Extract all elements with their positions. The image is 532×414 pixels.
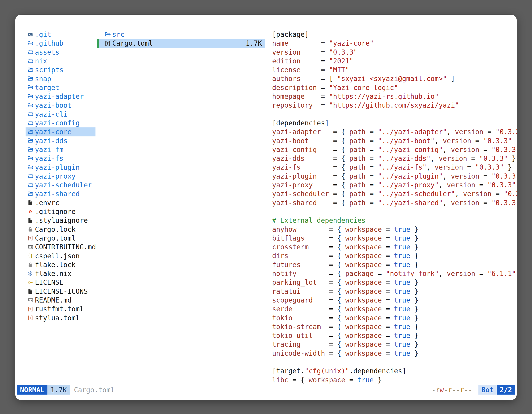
markdown-icon (27, 297, 34, 303)
item-label: README.md (35, 296, 72, 304)
file-item-gitignore[interactable]: .gitignore (26, 207, 95, 216)
file-item-license[interactable]: LICENSE (26, 278, 95, 287)
file-item-stylua-toml[interactable]: stylua.toml (26, 314, 95, 322)
preview-line: repository = "https://github.com/sxyazi/… (272, 101, 517, 110)
folder-icon (27, 147, 34, 153)
mode-badge: NORMAL (17, 385, 48, 395)
dir-item-scripts[interactable]: scripts (26, 66, 95, 74)
item-label: yazi-plugin (35, 164, 80, 171)
preview-line: license = "MIT" (272, 66, 517, 74)
preview-line: notify = { package = "notify-fork", vers… (272, 269, 517, 278)
status-bar: NORMAL 1.7K Cargo.toml -rw-r--r-- Bot 2/… (17, 385, 515, 395)
preview-line: description = "Yazi core logic" (272, 83, 517, 92)
preview-line: name = "yazi-core" (272, 39, 517, 48)
folder-icon (27, 85, 34, 91)
item-label: yazi-cli (35, 110, 67, 118)
dir-item-snap[interactable]: snap (26, 74, 95, 83)
dir-item-yazi-core[interactable]: yazi-core (26, 127, 95, 136)
item-size: 1.7K (246, 39, 265, 47)
file-icon (27, 217, 34, 223)
file-item-cspell-json[interactable]: cspell.json (26, 251, 95, 260)
item-label: target (35, 84, 59, 92)
current-pane: srcCargo.toml1.7K (97, 30, 265, 48)
item-label: scripts (35, 66, 63, 74)
dir-item-yazi-fs[interactable]: yazi-fs (26, 154, 95, 163)
permission-char: r (448, 386, 452, 394)
dir-item-yazi-boot[interactable]: yazi-boot (26, 101, 95, 110)
git-icon (27, 209, 34, 215)
file-item-readme-md[interactable]: README.md (26, 296, 95, 305)
permissions-text: -rw-r--r-- (432, 386, 472, 394)
dir-item-yazi-cli[interactable]: yazi-cli (26, 110, 95, 119)
preview-line: anyhow = { workspace = true } (272, 225, 517, 234)
permission-char: - (452, 386, 456, 394)
preview-line: [dependencies] (272, 119, 517, 127)
cursor-marker (97, 39, 99, 48)
preview-line: homepage = "https://yazi-rs.github.io" (272, 92, 517, 101)
preview-line: yazi-proxy = { path = "../yazi-proxy", v… (272, 181, 517, 189)
permission-char: - (464, 386, 468, 394)
item-label: cspell.json (35, 252, 80, 260)
item-label: CONTRIBUTING.md (35, 243, 95, 251)
folder-icon (27, 67, 34, 73)
dir-item-yazi-dds[interactable]: yazi-dds (26, 136, 95, 145)
file-item-cargo-toml[interactable]: Cargo.toml (26, 234, 95, 243)
preview-line: futures = { workspace = true } (272, 260, 517, 269)
file-item-flake-lock[interactable]: flake.lock (26, 260, 95, 269)
status-left: NORMAL 1.7K Cargo.toml (17, 385, 114, 395)
folder-icon (27, 120, 34, 126)
item-label: Cargo.lock (35, 225, 76, 233)
folder-icon (27, 58, 34, 64)
permission-char: - (456, 386, 460, 394)
preview-line: yazi-scheduler = { path = "../yazi-sched… (272, 189, 517, 198)
dir-item-yazi-plugin[interactable]: yazi-plugin (26, 163, 95, 172)
folder-icon (27, 111, 34, 117)
item-label: rustfmt.toml (35, 305, 84, 313)
preview-line: ratatui = { workspace = true } (272, 287, 517, 296)
dir-item-yazi-adapter[interactable]: yazi-adapter (26, 92, 95, 101)
file-item-license-icons[interactable]: LICENSE-ICONS (26, 287, 95, 296)
item-label: .styluaignore (35, 216, 88, 224)
toml-icon (27, 315, 34, 321)
preview-line: tokio-stream = { workspace = true } (272, 322, 517, 331)
dir-item-yazi-scheduler[interactable]: yazi-scheduler (26, 181, 95, 189)
permission-char: - (432, 386, 436, 394)
item-label: stylua.toml (35, 314, 80, 322)
file-item-cargo-toml[interactable]: Cargo.toml1.7K (97, 39, 265, 48)
item-label: yazi-shared (35, 190, 80, 198)
file-item-cargo-lock[interactable]: Cargo.lock (26, 225, 95, 234)
dir-item-git[interactable]: .git (26, 30, 95, 39)
preview-line: [package] (272, 30, 517, 39)
item-label: snap (35, 75, 51, 83)
preview-line: parking_lot = { workspace = true } (272, 278, 517, 287)
dir-item-yazi-config[interactable]: yazi-config (26, 119, 95, 127)
dir-item-yazi-shared[interactable]: yazi-shared (26, 189, 95, 198)
dir-item-github[interactable]: .github (26, 39, 95, 48)
item-label: Cargo.toml (112, 39, 153, 47)
toml-icon (27, 306, 34, 312)
folder-git-icon (27, 31, 34, 38)
dir-item-assets[interactable]: assets (26, 48, 95, 57)
dir-item-target[interactable]: target (26, 83, 95, 92)
item-label: yazi-config (35, 119, 80, 127)
file-item-rustfmt-toml[interactable]: rustfmt.toml (26, 305, 95, 313)
preview-line: scopeguard = { workspace = true } (272, 296, 517, 305)
file-item-flake-nix[interactable]: flake.nix (26, 269, 95, 278)
item-label: yazi-proxy (35, 172, 76, 180)
item-label: src (112, 30, 124, 39)
preview-line: # External dependencies (272, 216, 517, 225)
dir-item-src[interactable]: src (97, 30, 265, 39)
item-label: Cargo.toml (35, 234, 76, 242)
file-item-styluaignore[interactable]: .styluaignore (26, 216, 95, 225)
dir-item-nix[interactable]: nix (26, 57, 95, 66)
preview-line: yazi-plugin = { path = "../yazi-plugin",… (272, 172, 517, 181)
lock-icon (27, 262, 34, 268)
file-item-envrc[interactable]: .envrc (26, 198, 95, 207)
preview-line (272, 358, 517, 366)
status-right: -rw-r--r-- Bot 2/2 (432, 385, 515, 395)
dir-item-yazi-proxy[interactable]: yazi-proxy (26, 172, 95, 181)
dir-item-yazi-fm[interactable]: yazi-fm (26, 145, 95, 154)
preview-line: yazi-dds = { path = "../yazi-dds", versi… (272, 154, 517, 163)
key-icon (27, 279, 34, 286)
file-item-contributing-md[interactable]: CONTRIBUTING.md (26, 243, 95, 251)
